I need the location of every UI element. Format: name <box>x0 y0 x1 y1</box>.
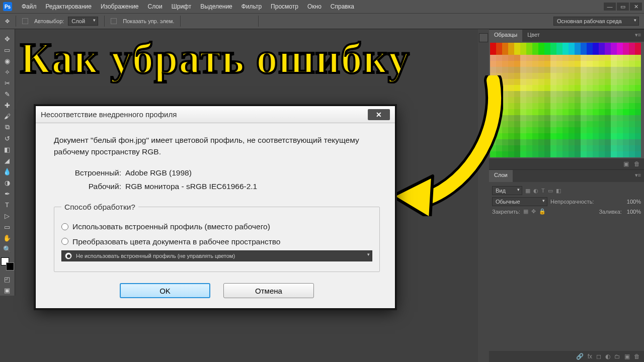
align-icon[interactable] <box>220 16 230 26</box>
lock-pixels-icon[interactable]: ▦ <box>523 208 528 215</box>
wand-tool[interactable]: ✧ <box>0 66 14 77</box>
move-tool[interactable]: ✥ <box>0 33 14 44</box>
opacity-label: Непрозрачность: <box>550 199 594 205</box>
link-layers-icon[interactable]: 🔗 <box>576 353 584 360</box>
pen-tool[interactable]: ✒ <box>0 188 14 199</box>
layer-group-icon[interactable]: 🗀 <box>614 353 620 360</box>
close-button[interactable]: ✕ <box>630 3 642 11</box>
working-value: RGB монитора - sRGB IEC61966-2.1 <box>125 180 257 192</box>
path-tool[interactable]: ▷ <box>0 210 14 221</box>
radio-discard[interactable]: Не использовать встроенный профиль (не у… <box>61 250 372 262</box>
swatches-grid[interactable] <box>489 42 644 158</box>
dist-icon[interactable] <box>287 16 297 26</box>
layer-fx-icon[interactable]: fx <box>588 353 592 360</box>
swatches-panel: Образцы Цвет ▾≡ ▣ 🗑 <box>489 29 644 169</box>
filter-smart-icon[interactable]: ◧ <box>556 188 561 194</box>
dialog-close-button[interactable]: ✕ <box>368 109 390 120</box>
panel-menu-icon[interactable]: ▾≡ <box>632 170 644 182</box>
align-icon[interactable] <box>187 16 197 26</box>
menu-window[interactable]: Окно <box>303 0 326 13</box>
quickmask-tool[interactable]: ◰ <box>0 274 14 285</box>
maximize-button[interactable]: ▭ <box>617 3 629 11</box>
minimize-button[interactable]: — <box>604 3 616 11</box>
menu-file[interactable]: Файл <box>17 0 41 13</box>
new-layer-icon[interactable]: ▣ <box>624 353 630 360</box>
new-swatch-icon[interactable]: ▣ <box>623 160 629 167</box>
marquee-tool[interactable]: ▭ <box>0 44 14 55</box>
type-tool[interactable]: T <box>0 199 14 210</box>
distribute-icons <box>265 16 330 26</box>
delete-swatch-icon[interactable]: 🗑 <box>634 160 640 167</box>
menu-view[interactable]: Просмотр <box>266 0 303 13</box>
ok-button[interactable]: OK <box>120 283 210 298</box>
eyedropper-tool[interactable]: ✎ <box>0 88 14 100</box>
lasso-tool[interactable]: ◉ <box>0 55 14 66</box>
filter-shape-icon[interactable]: ▭ <box>548 188 553 194</box>
fill-value[interactable]: 100% <box>627 209 641 215</box>
fg-bg-colors[interactable] <box>1 257 14 270</box>
align-icon[interactable] <box>242 16 252 26</box>
move-tool-icon: ✥ <box>5 18 10 25</box>
options-bar: ✥ Автовыбор: Слой Показать упр. элем. Ос… <box>0 13 644 29</box>
radio-label: Преобразовать цвета документа в рабочее … <box>72 236 280 247</box>
radio-use-embedded[interactable]: Использовать встроенный профиль (вместо … <box>61 221 372 232</box>
dialog-title: Несоответствие внедренного профиля <box>41 110 177 119</box>
lock-position-icon[interactable]: ✥ <box>531 208 536 215</box>
radio-label: Не использовать встроенный профиль (не у… <box>76 252 235 260</box>
autoselect-mode-select[interactable]: Слой <box>68 17 98 26</box>
screenmode-tool[interactable]: ▣ <box>0 285 14 296</box>
dist-icon[interactable] <box>265 16 275 26</box>
layer-mask-icon[interactable]: ◻ <box>596 353 601 360</box>
lock-all-icon[interactable]: 🔒 <box>539 208 546 215</box>
tab-color[interactable]: Цвет <box>522 30 545 42</box>
radio-convert[interactable]: Преобразовать цвета документа в рабочее … <box>61 236 372 247</box>
dist-icon[interactable] <box>298 16 308 26</box>
show-transform-checkbox[interactable] <box>111 18 117 24</box>
autoselect-label: Автовыбор: <box>34 18 64 24</box>
filter-adjust-icon[interactable]: ◐ <box>533 188 538 194</box>
panel-menu-icon[interactable]: ▾≡ <box>632 30 644 42</box>
opacity-value[interactable]: 100% <box>627 199 641 205</box>
menu-type[interactable]: Шрифт <box>167 0 196 13</box>
dialog-message: Документ "белый фон.jpg" имеет цветовой … <box>54 134 380 158</box>
gradient-tool[interactable]: ◢ <box>0 155 14 166</box>
stamp-tool[interactable]: ⧉ <box>0 122 14 133</box>
dist-icon[interactable] <box>309 16 319 26</box>
dist-icon[interactable] <box>276 16 286 26</box>
menu-edit[interactable]: Редактирование <box>41 0 96 13</box>
filter-type-icon[interactable]: T <box>541 188 545 194</box>
lock-icons: ▦ ✥ 🔒 <box>523 208 546 215</box>
layers-footer: 🔗 fx ◻ ◐ 🗀 ▣ 🗑 <box>489 351 644 362</box>
heal-tool[interactable]: ✚ <box>0 100 14 111</box>
shape-tool[interactable]: ▭ <box>0 221 14 232</box>
delete-layer-icon[interactable]: 🗑 <box>634 353 640 360</box>
zoom-tool[interactable]: 🔍 <box>0 243 14 254</box>
ps-logo-icon: Ps <box>3 2 12 11</box>
dodge-tool[interactable]: ◑ <box>0 177 14 188</box>
history-brush-tool[interactable]: ↺ <box>0 133 14 144</box>
eraser-tool[interactable]: ◧ <box>0 144 14 155</box>
tab-swatches[interactable]: Образцы <box>489 30 522 42</box>
menu-help[interactable]: Справка <box>326 0 359 13</box>
workspace-select[interactable]: Основная рабочая среда <box>553 17 639 26</box>
align-icon[interactable] <box>198 16 208 26</box>
adjustment-layer-icon[interactable]: ◐ <box>605 353 610 360</box>
menu-layers[interactable]: Слои <box>143 0 167 13</box>
menu-select[interactable]: Выделение <box>196 0 237 13</box>
align-icons <box>187 16 252 26</box>
menu-filter[interactable]: Фильтр <box>237 0 266 13</box>
menu-image[interactable]: Изображение <box>96 0 143 13</box>
crop-tool[interactable]: ✂ <box>0 77 14 88</box>
collapsed-panel-icon[interactable] <box>479 33 488 42</box>
dist-icon[interactable] <box>320 16 330 26</box>
cancel-button[interactable]: Отмена <box>223 283 314 298</box>
hand-tool[interactable]: ✋ <box>0 232 14 243</box>
show-transform-label: Показать упр. элем. <box>123 18 174 24</box>
profile-mismatch-dialog: Несоответствие внедренного профиля ✕ Док… <box>35 106 395 309</box>
brush-tool[interactable]: 🖌 <box>0 111 14 122</box>
blur-tool[interactable]: 💧 <box>0 166 14 177</box>
align-icon[interactable] <box>209 16 219 26</box>
filter-pixel-icon[interactable]: ▦ <box>525 188 530 194</box>
align-icon[interactable] <box>231 16 241 26</box>
autoselect-checkbox[interactable] <box>22 18 28 24</box>
